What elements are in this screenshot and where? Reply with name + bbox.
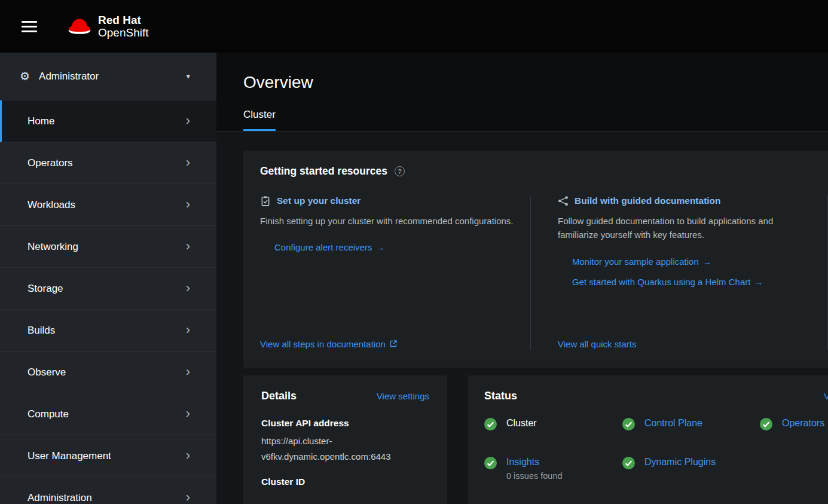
chevron-right-icon: ›	[186, 322, 190, 337]
arrow-right-icon: →	[703, 257, 711, 267]
success-check-icon	[622, 418, 635, 430]
sidebar-item-label: Administration	[28, 492, 92, 504]
success-check-icon	[622, 457, 635, 469]
sidebar-item-observe[interactable]: Observe ›	[0, 352, 216, 393]
sidebar-item-label: Operators	[28, 157, 73, 169]
cluster-api-address-label: Cluster API address	[261, 418, 429, 429]
status-item-dynamic-plugins: Dynamic Plugins	[622, 457, 760, 481]
setup-cluster-column: Set up your cluster Finish setting up yo…	[243, 196, 530, 350]
sidebar-item-label: Builds	[28, 325, 55, 337]
setup-cluster-description: Finish setting up your cluster with reco…	[260, 214, 516, 228]
status-item-cluster: Cluster	[484, 418, 622, 430]
perspective-switcher[interactable]: ⚙ Administrator ▾	[0, 53, 216, 100]
sidebar-item-workloads[interactable]: Workloads ›	[0, 184, 216, 226]
tab-bar: Cluster	[243, 109, 828, 131]
masthead: Red Hat OpenShift	[0, 0, 828, 53]
details-title: Details	[261, 390, 297, 402]
arrow-right-icon: →	[754, 277, 763, 287]
status-grid: Cluster Control Plane	[484, 418, 828, 481]
success-check-icon	[760, 418, 772, 430]
tab-cluster[interactable]: Cluster	[243, 109, 276, 131]
sidebar-item-label: Storage	[28, 283, 63, 295]
configure-alert-receivers-link[interactable]: Configure alert receivers→	[274, 242, 516, 252]
perspective-label: Administrator	[39, 71, 99, 83]
overview-content: Getting started resources ? Set up your …	[216, 132, 828, 504]
view-all-steps-link[interactable]: View all steps in documentation	[260, 339, 397, 349]
view-alerts-link[interactable]: View alerts	[824, 391, 828, 401]
sidebar-item-administration[interactable]: Administration ›	[0, 477, 216, 504]
success-check-icon	[484, 418, 497, 430]
sidebar-item-builds[interactable]: Builds ›	[0, 310, 216, 352]
status-card: Status View alerts Cluster	[468, 375, 828, 504]
chevron-right-icon: ›	[186, 405, 190, 421]
sidebar-item-user-management[interactable]: User Management ›	[0, 435, 216, 477]
guided-documentation-description: Follow guided documentation to build app…	[558, 214, 813, 242]
nav-toggle-button[interactable]	[18, 17, 41, 36]
brand-redhat-text: Red Hat	[98, 14, 149, 26]
sidebar-item-networking[interactable]: Networking ›	[0, 226, 216, 268]
chevron-right-icon: ›	[186, 154, 190, 170]
page-title: Overview	[243, 73, 828, 92]
guided-documentation-column: Build with guided documentation Follow g…	[530, 196, 827, 350]
route-icon	[558, 196, 569, 206]
sidebar-item-compute[interactable]: Compute ›	[0, 393, 216, 435]
sidebar-nav: Home › Operators › Workloads › Networkin…	[0, 100, 216, 504]
chevron-right-icon: ›	[186, 364, 190, 379]
sidebar: ⚙ Administrator ▾ Home › Operators › Wor…	[0, 53, 216, 504]
arrow-right-icon: →	[376, 243, 384, 252]
sidebar-item-operators[interactable]: Operators ›	[0, 142, 216, 184]
chevron-right-icon: ›	[186, 447, 190, 463]
guided-documentation-link[interactable]: Build with guided documentation	[575, 196, 721, 206]
cluster-id-label: Cluster ID	[261, 476, 429, 487]
success-check-icon	[484, 457, 497, 469]
sidebar-item-label: Workloads	[28, 199, 75, 211]
status-item-insights: Insights 0 issues found	[484, 457, 622, 481]
quarkus-helm-chart-link[interactable]: Get started with Quarkus using a Helm Ch…	[572, 277, 813, 287]
main-content: Overview Cluster Getting started resourc…	[216, 53, 828, 504]
status-item-operators: Operators	[760, 418, 828, 430]
sidebar-item-label: User Management	[28, 450, 111, 462]
status-link-dynamic-plugins[interactable]: Dynamic Plugins	[644, 457, 716, 467]
sidebar-item-home[interactable]: Home ›	[0, 100, 216, 142]
cluster-api-address-value: https://api.cluster-v6fkv.dynamic.opentl…	[261, 433, 429, 465]
redhat-fedora-icon	[66, 16, 93, 36]
status-item-control-plane: Control Plane	[622, 418, 760, 430]
setup-cluster-link[interactable]: Set up your cluster	[277, 196, 360, 206]
sidebar-item-label: Observe	[28, 366, 66, 378]
insights-issues-count: 0 issues found	[506, 471, 563, 481]
status-link-insights[interactable]: Insights	[506, 457, 539, 467]
status-label-cluster: Cluster	[506, 418, 537, 428]
sidebar-item-label: Networking	[28, 241, 78, 253]
page-header: Overview Cluster	[216, 53, 828, 132]
sidebar-item-label: Compute	[28, 408, 69, 420]
external-link-icon	[390, 340, 397, 347]
checklist-icon	[260, 196, 271, 206]
sidebar-item-storage[interactable]: Storage ›	[0, 268, 216, 310]
cog-icon: ⚙	[20, 69, 30, 83]
monitor-sample-application-link[interactable]: Monitor your sample application→	[572, 256, 813, 267]
details-card: Details View settings Cluster API addres…	[243, 375, 447, 504]
status-title: Status	[484, 390, 517, 402]
brand-logo: Red Hat OpenShift	[66, 14, 149, 39]
sidebar-item-label: Home	[28, 115, 54, 127]
chevron-right-icon: ›	[186, 489, 190, 504]
caret-down-icon: ▾	[186, 72, 190, 81]
chevron-right-icon: ›	[186, 112, 190, 128]
getting-started-card: Getting started resources ? Set up your …	[243, 151, 828, 368]
view-settings-link[interactable]: View settings	[377, 391, 429, 401]
help-icon[interactable]: ?	[395, 166, 405, 176]
brand-openshift-text: OpenShift	[98, 26, 149, 39]
status-link-control-plane[interactable]: Control Plane	[644, 418, 702, 428]
chevron-right-icon: ›	[186, 280, 190, 295]
chevron-right-icon: ›	[186, 238, 190, 253]
getting-started-title: Getting started resources	[260, 165, 387, 178]
status-link-operators[interactable]: Operators	[782, 418, 824, 428]
chevron-right-icon: ›	[186, 196, 190, 212]
view-all-quick-starts-link[interactable]: View all quick starts	[558, 339, 636, 349]
